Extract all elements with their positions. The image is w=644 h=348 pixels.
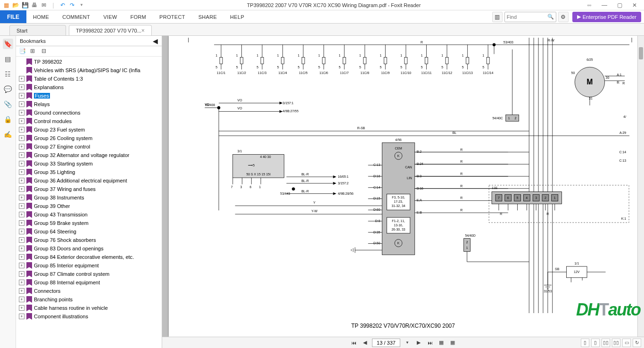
rotate-icon[interactable]: ↻	[633, 339, 641, 347]
expand-icon[interactable]: +	[19, 280, 25, 285]
expand-icon[interactable]: +	[19, 229, 25, 234]
viewer-canvas[interactable]: R53/4031511C/11511C/21511C/31511C/41511C…	[162, 36, 644, 337]
bookmark-item[interactable]: +Group 85 Interior equipment	[16, 261, 162, 270]
expand-icon[interactable]: +	[19, 127, 25, 133]
tab-help[interactable]: HELP	[223, 10, 251, 23]
bookmark-item[interactable]: +Group 59 Brake system	[16, 219, 162, 227]
ribbon-toggle-icon[interactable]: ▫▫	[583, 1, 596, 9]
doc-tab-current[interactable]: TP3998202 2007 V70 V70... ×	[69, 25, 152, 35]
bookmark-item[interactable]: +Control modules	[16, 117, 162, 125]
expand-icon[interactable]: +	[19, 118, 25, 124]
doc-tab-start[interactable]: Start	[9, 25, 66, 35]
layers-nav-icon[interactable]: ☷	[3, 69, 13, 79]
bookmark-item[interactable]: Vehicles with SRS (Airbag)/SIPS bag/ IC …	[16, 66, 162, 75]
expand-icon[interactable]: +	[19, 101, 25, 107]
tab-share[interactable]: SHARE	[192, 10, 223, 23]
bookmark-item[interactable]: +Group 87 Climate control system	[16, 270, 162, 278]
expand-all-icon[interactable]: ⊞	[30, 48, 38, 55]
maximize-icon[interactable]: ▢	[613, 1, 626, 9]
expand-icon[interactable]: +	[19, 263, 25, 268]
close-icon[interactable]: ✕	[628, 1, 641, 9]
bookmark-item[interactable]: +Group 38 Instruments	[16, 193, 162, 202]
bookmark-item[interactable]: +Relays	[16, 100, 162, 108]
bookmarks-nav-icon[interactable]: 🔖	[3, 39, 13, 49]
bookmark-item[interactable]: +Group 26 Cooling system	[16, 134, 162, 142]
bookmark-item[interactable]: +Group 84 Exterior decorative elements, …	[16, 253, 162, 261]
tab-form[interactable]: FORM	[124, 10, 153, 23]
expand-icon[interactable]: +	[19, 84, 25, 90]
search-input[interactable]	[507, 14, 540, 20]
reading-icon[interactable]: ▭	[622, 339, 631, 347]
mini-toolbar-icon[interactable]: ▥	[492, 12, 503, 22]
bookmark-item[interactable]: TP 3998202	[16, 58, 162, 66]
attachments-nav-icon[interactable]: 📎	[3, 99, 13, 109]
bookmark-item[interactable]: +Group 35 Lighting	[16, 168, 162, 176]
expand-icon[interactable]: +	[19, 152, 25, 158]
expand-icon[interactable]: +	[19, 305, 25, 311]
tab-home[interactable]: HOME	[26, 10, 56, 23]
undo-icon[interactable]: ↶	[58, 1, 67, 9]
save-icon[interactable]: 💾	[21, 1, 29, 9]
tab-protect[interactable]: PROTECT	[153, 10, 192, 23]
bookmark-item[interactable]: +Group 64 Steering	[16, 227, 162, 236]
expand-icon[interactable]: +	[19, 93, 25, 99]
search-icon[interactable]: 🔍	[547, 14, 554, 20]
bookmark-item[interactable]: +Group 43 Transmission	[16, 210, 162, 219]
expand-icon[interactable]: +	[19, 144, 25, 149]
expand-icon[interactable]: +	[19, 314, 25, 319]
expand-icon[interactable]: +	[19, 203, 25, 209]
expand-icon[interactable]: +	[19, 254, 25, 260]
comments-nav-icon[interactable]: 💬	[3, 84, 13, 94]
expand-icon[interactable]: +	[19, 161, 25, 166]
bookmark-item[interactable]: +Group 32 Alternator and voltage regulat…	[16, 151, 162, 159]
single-page-icon[interactable]: ▯	[581, 339, 589, 347]
page-dropdown-icon[interactable]: ▼	[403, 339, 412, 347]
first-page-icon[interactable]: ⏮	[349, 339, 358, 347]
bookmark-item[interactable]: +Cable harness routine in vehicle	[16, 304, 162, 312]
search-box[interactable]: 🔍	[504, 12, 556, 22]
reflow-icon[interactable]: ▦	[437, 339, 446, 347]
expand-icon[interactable]: +	[19, 178, 25, 183]
tab-view[interactable]: VIEW	[97, 10, 124, 23]
facing-icon[interactable]: ▯▯	[602, 339, 610, 347]
bookmark-item[interactable]: +Group 39 Other	[16, 202, 162, 210]
email-icon[interactable]: ✉	[40, 1, 48, 9]
bookmark-item[interactable]: +Explanations	[16, 83, 162, 91]
collapse-panel-icon[interactable]: ◀	[153, 37, 158, 45]
expand-icon[interactable]: +	[19, 169, 25, 175]
expand-icon[interactable]: +	[19, 195, 25, 200]
last-page-icon[interactable]: ⏭	[426, 339, 434, 347]
bookmark-item[interactable]: +Group 83 Doors and openings	[16, 244, 162, 253]
collapse-all-icon[interactable]: ⊟	[41, 48, 49, 55]
open-icon[interactable]: 📂	[11, 1, 20, 9]
bookmark-item[interactable]: +Group 27 Engine control	[16, 142, 162, 151]
expand-icon[interactable]: +	[19, 212, 25, 217]
expand-icon[interactable]: +	[19, 237, 25, 243]
scrollbar-thumb[interactable]	[639, 47, 643, 59]
security-nav-icon[interactable]: 🔒	[3, 114, 13, 124]
bookmark-item[interactable]: +Connectors	[16, 287, 162, 295]
reflow2-icon[interactable]: ▦	[448, 339, 457, 347]
next-page-icon[interactable]: ▶	[414, 339, 423, 347]
bookmark-item[interactable]: +Group 33 Starting system	[16, 159, 162, 168]
expand-icon[interactable]: +	[19, 76, 25, 82]
app-icon[interactable]: ▦	[2, 1, 10, 9]
bookmark-item[interactable]: +Group 37 Wiring and fuses	[16, 185, 162, 193]
bookmark-item[interactable]: +Group 36 Additional electrical equipmen…	[16, 176, 162, 185]
bookmark-item[interactable]: +Branching points	[16, 295, 162, 304]
expand-icon[interactable]: +	[19, 271, 25, 277]
close-tab-icon[interactable]: ×	[141, 27, 145, 34]
vertical-scrollbar[interactable]	[637, 36, 644, 337]
bookmark-item[interactable]: +Component illustrations	[16, 312, 162, 321]
expand-icon[interactable]: +	[19, 135, 25, 141]
settings-icon[interactable]: ⚙	[558, 12, 569, 22]
expand-icon[interactable]: +	[19, 110, 25, 116]
expand-icon[interactable]: +	[19, 297, 25, 302]
minimize-icon[interactable]: —	[598, 1, 611, 9]
file-menu-button[interactable]: FILE	[0, 10, 26, 23]
print-icon[interactable]: 🖶	[30, 1, 39, 9]
bookmark-item[interactable]: +Group 23 Fuel system	[16, 125, 162, 134]
bookmark-item[interactable]: +Group 88 Internal equipment	[16, 278, 162, 287]
bookmark-item[interactable]: +Table of Contents 1:3	[16, 75, 162, 83]
redo-icon[interactable]: ↷	[68, 1, 76, 9]
